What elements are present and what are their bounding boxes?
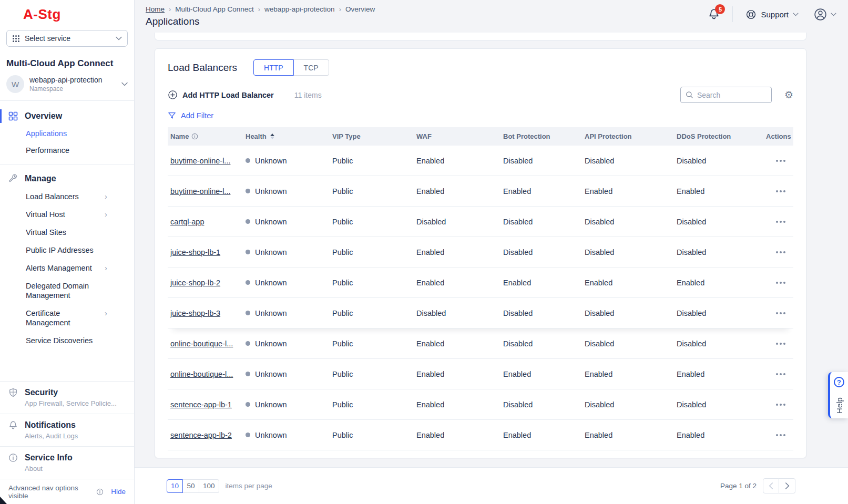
- row-actions-menu-button[interactable]: [775, 341, 786, 347]
- namespace-selector[interactable]: W webapp-api-protection Namespace: [0, 69, 134, 101]
- load-balancer-name-link[interactable]: juice-shop-lb-3: [170, 309, 220, 317]
- page-size-100[interactable]: 100: [199, 479, 219, 493]
- api-protection-cell: Disabled: [585, 218, 677, 226]
- sidebar-manage-item[interactable]: Public IP Addresses ›: [0, 241, 134, 259]
- load-balancers-card: Load Balancers HTTP TCP Add HTTP Load Ba…: [155, 48, 806, 458]
- column-vip-type[interactable]: VIP Type: [332, 132, 416, 140]
- column-bot-protection[interactable]: Bot Protection: [503, 132, 585, 140]
- row-actions-menu-button[interactable]: [775, 432, 786, 438]
- add-filter-button[interactable]: Add Filter: [168, 111, 793, 120]
- account-menu[interactable]: [813, 7, 836, 22]
- previous-page-button[interactable]: [763, 478, 779, 493]
- health-status-dot: [246, 341, 250, 346]
- breadcrumb-app-connect[interactable]: Multi-Cloud App Connect: [175, 5, 253, 13]
- load-balancer-name-link[interactable]: juice-shop-lb-2: [170, 279, 220, 287]
- waf-cell: Enabled: [416, 187, 503, 196]
- breadcrumb-namespace[interactable]: webapp-api-protection: [264, 5, 335, 13]
- chevron-down-icon: [116, 36, 122, 40]
- row-actions-menu-button[interactable]: [775, 371, 786, 377]
- column-name[interactable]: Name: [168, 132, 246, 140]
- waf-cell: Enabled: [416, 279, 503, 287]
- service-selector[interactable]: Select service: [6, 30, 128, 47]
- bot-protection-cell: Enabled: [503, 279, 585, 287]
- load-balancer-name-link[interactable]: buytime-online-l...: [170, 157, 230, 165]
- sidebar-manage-item[interactable]: Virtual Host ›: [0, 205, 134, 223]
- page-size-50[interactable]: 50: [183, 479, 199, 493]
- tab-tcp[interactable]: TCP: [294, 59, 329, 76]
- sidebar-item-performance[interactable]: Performance: [0, 142, 134, 159]
- bot-protection-cell: Disabled: [503, 248, 585, 256]
- row-actions-menu-button[interactable]: [775, 188, 786, 194]
- sidebar-manage-item[interactable]: Load Balancers ›: [0, 188, 134, 205]
- cursor-artifact: [0, 496, 9, 504]
- help-tab[interactable]: ? Help: [828, 372, 848, 418]
- sidebar-manage-item[interactable]: Alerts Management ›: [0, 259, 134, 277]
- load-balancer-name-link[interactable]: juice-shop-lb-1: [170, 248, 220, 256]
- load-balancer-name-link[interactable]: sentence-app-lb-2: [170, 431, 232, 439]
- load-balancer-name-link[interactable]: buytime-online-l...: [170, 187, 230, 196]
- table-row: online-boutique-l... Unknown Public Enab…: [168, 359, 793, 389]
- add-http-load-balancer-button[interactable]: Add HTTP Load Balancer: [168, 90, 274, 100]
- load-balancer-name-link[interactable]: online-boutique-l...: [170, 340, 233, 348]
- column-health[interactable]: Health: [246, 132, 332, 140]
- sidebar-item-manage[interactable]: Manage: [0, 170, 134, 188]
- namespace-type-label: Namespace: [29, 85, 116, 92]
- sidebar-item-security[interactable]: Security App Firewall, Service Policie..…: [0, 381, 134, 414]
- manage-items: Load Balancers › Virtual Host › Virtual …: [0, 188, 134, 349]
- vip-type-cell: Public: [332, 340, 416, 348]
- bot-protection-cell: Disabled: [503, 218, 585, 226]
- bot-protection-cell: Disabled: [503, 309, 585, 317]
- table-header: Name Health VIP Type WAF Bot Protection …: [168, 127, 793, 146]
- breadcrumb-home[interactable]: Home: [146, 5, 165, 13]
- sidebar-manage-item[interactable]: Delegated Domain Management ›: [0, 277, 134, 304]
- health-status-dot: [246, 280, 250, 285]
- table-row: buytime-online-l... Unknown Public Enabl…: [168, 176, 793, 207]
- hide-nav-link[interactable]: Hide: [111, 488, 126, 496]
- row-actions-menu-button[interactable]: [775, 310, 786, 316]
- gear-icon[interactable]: ⚙: [784, 90, 793, 100]
- row-actions-menu-button[interactable]: [775, 158, 786, 164]
- row-actions-menu-button[interactable]: [775, 249, 786, 255]
- table-row: juice-shop-lb-2 Unknown Public Enabled E…: [168, 268, 793, 298]
- search-box: [680, 87, 772, 103]
- row-actions-menu-button[interactable]: [775, 280, 786, 286]
- breadcrumb-overview[interactable]: Overview: [345, 5, 375, 13]
- support-menu[interactable]: Support: [745, 9, 799, 20]
- row-actions-menu-button[interactable]: [775, 219, 786, 225]
- load-balancer-name-link[interactable]: online-boutique-l...: [170, 370, 233, 378]
- manage-item-label: Virtual Host: [26, 210, 105, 219]
- ddos-protection-cell: Enabled: [677, 370, 766, 378]
- tab-http[interactable]: HTTP: [253, 59, 294, 76]
- page-size-10[interactable]: 10: [167, 479, 183, 493]
- column-ddos-protection[interactable]: DDoS Protection: [677, 132, 766, 140]
- sidebar-item-applications[interactable]: Applications: [0, 125, 134, 142]
- bot-protection-cell: Enabled: [503, 187, 585, 196]
- column-api-protection[interactable]: API Protection: [585, 132, 677, 140]
- notifications-bell-button[interactable]: 5: [708, 8, 720, 20]
- load-balancer-name-link[interactable]: sentence-app-lb-1: [170, 400, 232, 409]
- namespace-name: webapp-api-protection: [29, 76, 116, 84]
- chevron-right-icon: ›: [105, 192, 107, 201]
- chevron-right-icon: [785, 482, 790, 489]
- overview-label: Overview: [25, 111, 62, 121]
- column-waf[interactable]: WAF: [416, 132, 503, 140]
- ddos-protection-cell: Disabled: [677, 248, 766, 256]
- vip-type-cell: Public: [332, 218, 416, 226]
- row-actions-menu-button[interactable]: [775, 402, 786, 408]
- sidebar-manage-item[interactable]: Virtual Sites ›: [0, 223, 134, 241]
- next-page-button[interactable]: [779, 478, 795, 493]
- sidebar-manage-item[interactable]: Certificate Management ›: [0, 304, 134, 332]
- sidebar-item-service-info[interactable]: Service Info About: [0, 446, 134, 479]
- security-subtitle: App Firewall, Service Policie...: [25, 399, 126, 407]
- sidebar-item-notifications[interactable]: Notifications Alerts, Audit Logs: [0, 414, 134, 446]
- sidebar-item-overview[interactable]: Overview: [0, 107, 134, 125]
- sidebar-manage-item[interactable]: Service Discoveries ›: [0, 332, 134, 349]
- support-label: Support: [761, 10, 789, 19]
- ddos-protection-cell: Disabled: [677, 340, 766, 348]
- service-info-subtitle: About: [25, 465, 126, 472]
- search-input[interactable]: [697, 91, 767, 99]
- table-row: sentence-app-lb-1 Unknown Public Enabled…: [168, 389, 793, 420]
- load-balancer-name-link[interactable]: cartql-app: [170, 218, 204, 226]
- health-status-text: Unknown: [255, 248, 287, 256]
- notifications-subtitle: Alerts, Audit Logs: [25, 432, 126, 440]
